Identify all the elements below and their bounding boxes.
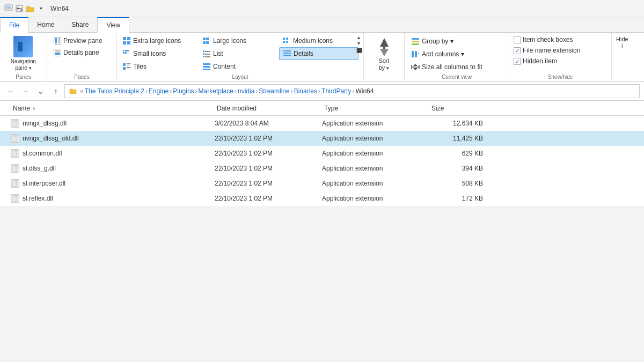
file-icon xyxy=(11,149,19,158)
size-column-header[interactable]: Size xyxy=(429,105,483,112)
type-col-label: Type xyxy=(324,105,338,112)
small-icons-btn[interactable]: Small icons xyxy=(119,47,199,60)
file-name-extensions-checkbox[interactable] xyxy=(514,47,521,54)
navigation-pane-button[interactable]: Navigationpane ▾ xyxy=(11,36,36,71)
breadcrumb-4[interactable]: nvidia xyxy=(238,87,254,95)
small-icons-label: Small icons xyxy=(133,50,166,57)
svg-rect-30 xyxy=(203,56,204,57)
details-icon xyxy=(283,49,291,58)
file-name-cell: sl.dlss_g.dll xyxy=(11,164,215,173)
breadcrumb-0[interactable]: The Talos Principle 2 xyxy=(85,87,144,95)
details-pane-button[interactable]: Details pane xyxy=(52,48,112,57)
breadcrumb-7[interactable]: ThirdParty xyxy=(321,87,351,95)
svg-rect-38 xyxy=(123,67,126,70)
svg-rect-10 xyxy=(127,37,130,40)
file-name-cell: sl.reflex.dll xyxy=(11,194,215,203)
recent-locations-button[interactable]: ⌄ xyxy=(34,85,47,98)
file-type-cell: Application extension xyxy=(322,135,429,142)
tab-home[interactable]: Home xyxy=(28,17,63,32)
content-btn[interactable]: Content xyxy=(199,61,279,72)
details-btn[interactable]: Details xyxy=(279,47,358,60)
table-row[interactable]: sl.interposer.dll 22/10/2023 1:02 PM App… xyxy=(0,176,644,191)
svg-rect-41 xyxy=(203,63,210,65)
svg-rect-4 xyxy=(24,42,28,51)
breadcrumb-8[interactable]: Win64 xyxy=(355,87,374,95)
svg-rect-35 xyxy=(123,63,126,66)
table-row[interactable]: sl.common.dll 22/10/2023 1:02 PM Applica… xyxy=(0,146,644,161)
file-size-cell: 629 KB xyxy=(429,150,483,157)
add-columns-button[interactable]: + Add columns ▾ xyxy=(409,49,504,60)
group-by-button[interactable]: Group by ▾ xyxy=(409,36,504,47)
tab-share[interactable]: Share xyxy=(63,17,97,32)
preview-pane-button[interactable]: Preview pane xyxy=(52,36,112,46)
up-button[interactable]: ↑ xyxy=(49,85,62,98)
sort-by-button[interactable]: Sortby ▾ xyxy=(378,37,389,71)
file-type-cell: Application extension xyxy=(322,165,429,172)
type-column-header[interactable]: Type xyxy=(322,105,429,112)
file-name-cell: sl.interposer.dll xyxy=(11,179,215,188)
details-label: Details xyxy=(294,50,313,57)
file-icon xyxy=(11,194,19,203)
extra-large-icons-btn[interactable]: Extra large icons xyxy=(119,35,199,47)
file-date-cell: 22/10/2023 1:02 PM xyxy=(215,165,322,172)
hidden-items-checkbox[interactable] xyxy=(514,58,521,65)
medium-icons-label: Medium icons xyxy=(293,37,333,45)
breadcrumb-6[interactable]: Binaries xyxy=(294,87,317,95)
file-size-cell: 394 KB xyxy=(429,165,483,172)
file-type-cell: Application extension xyxy=(322,195,429,202)
medium-icons-btn[interactable]: Medium icons xyxy=(279,35,358,47)
sep-1: › xyxy=(145,87,148,95)
quick-access-icon xyxy=(4,4,13,13)
tiles-btn[interactable]: Tiles xyxy=(119,61,199,72)
hide-button[interactable]: Hidei xyxy=(616,36,628,49)
table-row[interactable]: sl.dlss_g.dll 22/10/2023 1:02 PM Applica… xyxy=(0,161,644,176)
svg-rect-31 xyxy=(205,56,210,57)
svg-rect-16 xyxy=(206,41,209,44)
svg-rect-13 xyxy=(203,38,206,40)
size-all-columns-button[interactable]: Size all columns to fit xyxy=(409,62,504,72)
tab-file[interactable]: File xyxy=(0,17,28,33)
breadcrumb-3[interactable]: Marketplace xyxy=(199,87,233,95)
svg-rect-48 xyxy=(412,38,419,40)
back-button[interactable]: ← xyxy=(4,85,17,98)
svg-rect-28 xyxy=(203,53,204,55)
dropdown-arrow-icon[interactable]: ▾ xyxy=(36,4,45,13)
file-date-cell: 3/02/2023 8:04 AM xyxy=(215,120,322,127)
breadcrumb-2[interactable]: Plugins xyxy=(173,87,194,95)
item-check-boxes-checkbox[interactable] xyxy=(514,36,521,43)
table-row[interactable]: sl.reflex.dll 22/10/2023 1:02 PM Applica… xyxy=(0,191,644,206)
tab-view[interactable]: View xyxy=(97,17,129,33)
preview-pane-label: Preview pane xyxy=(63,37,103,45)
table-row[interactable]: nvngx_dlssg.dll 3/02/2023 8:04 AM Applic… xyxy=(0,116,644,131)
file-icon xyxy=(11,179,19,188)
name-column-header[interactable]: Name ∧ xyxy=(11,105,215,112)
panes-bottom-label: Panes xyxy=(47,74,116,80)
svg-rect-32 xyxy=(283,50,291,51)
sep-6: › xyxy=(291,87,293,95)
layout-scroll-arrows[interactable]: ▲ ▼ ⬛ xyxy=(356,35,362,53)
svg-marker-58 xyxy=(413,68,418,70)
sep-5: › xyxy=(255,87,258,95)
list-btn[interactable]: List xyxy=(199,47,279,60)
svg-rect-62 xyxy=(12,165,17,172)
list-label: List xyxy=(213,50,223,57)
file-size-cell: 508 KB xyxy=(429,180,483,187)
large-icons-btn[interactable]: Large icons xyxy=(199,35,279,47)
file-name-cell: sl.common.dll xyxy=(11,149,215,158)
svg-rect-59 xyxy=(12,120,17,127)
breadcrumb-5[interactable]: Streamline xyxy=(259,87,289,95)
svg-rect-64 xyxy=(12,195,17,202)
svg-rect-63 xyxy=(12,180,17,187)
forward-button[interactable]: → xyxy=(19,85,32,98)
svg-rect-15 xyxy=(203,41,206,44)
layout-section: Extra large icons Large icons Medium ico… xyxy=(117,33,364,81)
table-row[interactable]: nvngx_dlssg_old.dll 22/10/2023 1:02 PM A… xyxy=(0,131,644,146)
file-name-text: sl.interposer.dll xyxy=(23,180,65,187)
undo-icon[interactable] xyxy=(15,4,24,13)
hide-label: Hidei xyxy=(616,36,628,49)
svg-rect-5 xyxy=(55,38,57,43)
address-path[interactable]: « The Talos Principle 2 › Engine › Plugi… xyxy=(64,84,640,98)
window-title: Win64 xyxy=(50,5,69,12)
date-modified-column-header[interactable]: Date modified xyxy=(215,105,322,112)
breadcrumb-1[interactable]: Engine xyxy=(149,87,169,95)
